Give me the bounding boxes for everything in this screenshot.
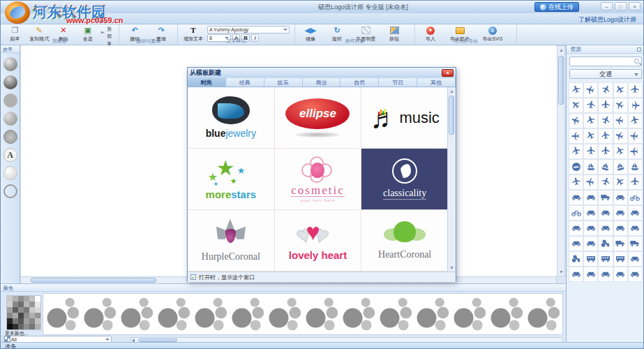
resource-icon-car[interactable]: [598, 267, 613, 282]
effect-textured-circle[interactable]: [3, 130, 17, 144]
paw-pattern-icon[interactable]: [414, 295, 450, 334]
color-swatch[interactable]: [24, 302, 29, 307]
scroll-thumb[interactable]: [31, 278, 156, 283]
resource-icon-plane[interactable]: [583, 128, 598, 144]
menu-help[interactable]: 帮助: [93, 15, 106, 24]
resource-icon-plane[interactable]: [598, 98, 613, 113]
resource-search-input[interactable]: [569, 57, 642, 66]
template-tile-bluejewelry[interactable]: bluejewelry: [188, 87, 275, 149]
resource-category-select[interactable]: 交通: [569, 69, 642, 79]
template-tile-morestars[interactable]: ★ ★ ★ ★ ★ morestars: [188, 149, 275, 210]
resource-icon-bike[interactable]: [628, 190, 643, 205]
resource-icon-plane[interactable]: [598, 128, 613, 144]
resource-icon-car[interactable]: [598, 221, 613, 236]
resource-icon-plane[interactable]: [598, 82, 613, 98]
resource-icon-plane[interactable]: [598, 144, 613, 159]
paw-pattern-icon[interactable]: [266, 295, 302, 334]
color-swatch[interactable]: [13, 296, 18, 302]
resource-icon-plane[interactable]: [613, 98, 628, 113]
scroll-up-icon[interactable]: ▲: [449, 89, 454, 94]
resource-icon-plane[interactable]: [583, 113, 598, 128]
show-on-startup-checkbox[interactable]: ✓: [190, 274, 196, 280]
resource-icon-car[interactable]: [628, 221, 643, 236]
paw-pattern-icon[interactable]: [451, 295, 487, 334]
color-swatch[interactable]: [24, 307, 29, 313]
resource-icon-tractor[interactable]: [569, 251, 583, 267]
color-swatch[interactable]: [35, 302, 40, 307]
color-swatch[interactable]: [29, 296, 35, 302]
color-swatch[interactable]: [24, 324, 29, 329]
resource-icon-truck[interactable]: [598, 190, 613, 205]
dialog-tab-商业[interactable]: 商业: [303, 78, 341, 87]
resource-icon-car[interactable]: [613, 205, 628, 221]
resource-icon-globe[interactable]: [569, 159, 583, 174]
color-swatch[interactable]: [13, 313, 18, 318]
dialog-tab-其他[interactable]: 其他: [417, 78, 456, 87]
paw-pattern-icon[interactable]: [155, 295, 191, 334]
color-swatch[interactable]: [13, 302, 18, 307]
paw-pattern-icon[interactable]: [118, 295, 154, 334]
color-swatch[interactable]: [7, 302, 13, 307]
effect-white-ball[interactable]: [3, 166, 17, 180]
resource-icon-bus[interactable]: [583, 251, 598, 267]
resource-icon-plane[interactable]: [598, 174, 613, 190]
resource-icon-plane[interactable]: [613, 128, 628, 144]
resource-icon-car[interactable]: [583, 190, 598, 205]
color-swatch[interactable]: [35, 318, 40, 324]
resource-icon-plane[interactable]: [569, 113, 583, 128]
paw-pattern-icon[interactable]: [303, 295, 339, 334]
resource-icon-car[interactable]: [583, 205, 598, 221]
color-swatch[interactable]: [18, 296, 24, 302]
template-tile-ellipse[interactable]: ellipse: [275, 87, 362, 149]
scroll-down-icon[interactable]: ▼: [449, 265, 454, 270]
dialog-tab-经典[interactable]: 经典: [226, 78, 264, 87]
scroll-up-icon[interactable]: ▲: [559, 47, 564, 52]
pattern-strip[interactable]: [43, 293, 563, 335]
color-swatch[interactable]: [18, 307, 24, 313]
scroll-down-icon[interactable]: ▼: [559, 269, 564, 274]
dialog-close-button[interactable]: ×: [442, 69, 454, 77]
resource-icon-car[interactable]: [613, 221, 628, 236]
effect-gradient-ball[interactable]: [3, 112, 17, 126]
resource-icon-car[interactable]: [628, 205, 643, 221]
color-swatch[interactable]: [7, 296, 13, 302]
close-button[interactable]: ×: [629, 2, 641, 10]
resource-icon-tractor[interactable]: [598, 236, 613, 251]
resource-icon-plane[interactable]: [628, 82, 643, 98]
color-swatch[interactable]: [24, 313, 29, 318]
maximize-button[interactable]: □: [615, 2, 627, 10]
resource-icon-car[interactable]: [569, 236, 583, 251]
color-swatch[interactable]: [29, 324, 35, 329]
resource-icon-car[interactable]: [628, 251, 643, 267]
resource-icon-plane[interactable]: [583, 98, 598, 113]
color-swatch[interactable]: [29, 302, 35, 307]
resource-icon-plane[interactable]: [569, 174, 583, 190]
resource-icon-car[interactable]: [569, 267, 583, 282]
effect-ball-shaded[interactable]: [3, 57, 17, 71]
scroll-thumb[interactable]: [449, 96, 454, 135]
resource-icon-plane[interactable]: [613, 174, 628, 190]
resource-icon-plane[interactable]: [569, 128, 583, 144]
resource-icon-plane[interactable]: [583, 144, 598, 159]
effect-ball-dark[interactable]: [3, 75, 17, 89]
resource-icon-bus[interactable]: [613, 251, 628, 267]
paw-pattern-icon[interactable]: [525, 295, 561, 334]
minimize-button[interactable]: –: [601, 2, 613, 10]
color-swatch[interactable]: [13, 307, 18, 313]
dialog-title-bar[interactable]: 从模板新建 ×: [188, 68, 456, 78]
template-tile-classicality[interactable]: classicality: [361, 149, 449, 210]
color-swatch[interactable]: [13, 324, 18, 329]
resource-icon-bus[interactable]: [598, 251, 613, 267]
resource-icon-plane[interactable]: [628, 144, 643, 159]
color-swatch[interactable]: [24, 296, 29, 302]
resource-icon-plane[interactable]: [583, 174, 598, 190]
resource-icon-plane[interactable]: [569, 82, 583, 98]
resource-icon-car[interactable]: [613, 190, 628, 205]
paw-pattern-icon[interactable]: [340, 295, 376, 334]
template-tile-lovely-heart[interactable]: ♥ ♥ ♥ lovely heart: [275, 210, 362, 272]
color-swatch[interactable]: [24, 318, 29, 324]
resource-icon-plane[interactable]: [628, 113, 643, 128]
resource-icon-car[interactable]: [583, 267, 598, 282]
color-swatch[interactable]: [29, 318, 35, 324]
resource-icon-plane[interactable]: [613, 113, 628, 128]
